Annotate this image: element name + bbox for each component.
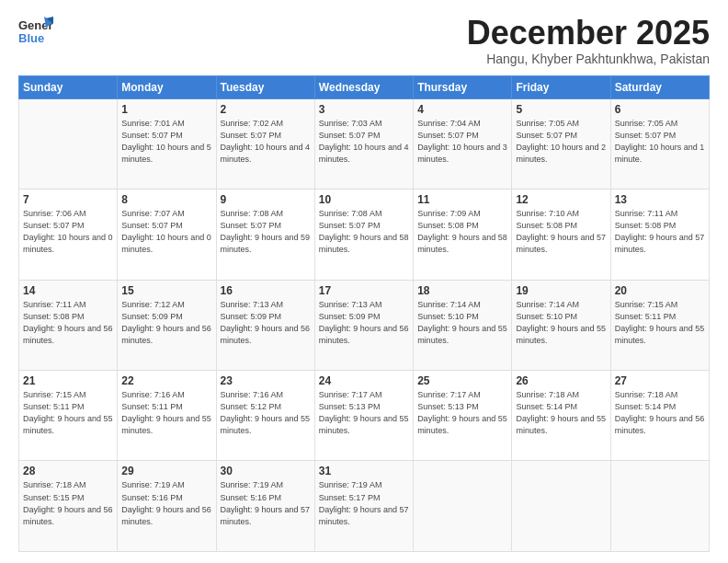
calendar-cell: 7Sunrise: 7:06 AMSunset: 5:07 PMDaylight… [19,190,118,280]
day-number: 19 [516,284,606,297]
day-number: 9 [221,193,311,206]
calendar-cell: 10Sunrise: 7:08 AMSunset: 5:07 PMDayligh… [314,190,413,280]
calendar-cell: 1Sunrise: 7:01 AMSunset: 5:07 PMDaylight… [118,98,216,189]
day-number: 11 [417,193,507,206]
cell-info: Sunrise: 7:17 AMSunset: 5:13 PMDaylight:… [319,390,409,435]
cell-info: Sunrise: 7:13 AMSunset: 5:09 PMDaylight:… [319,300,409,345]
calendar-cell: 14Sunrise: 7:11 AMSunset: 5:08 PMDayligh… [19,280,118,370]
day-number: 24 [319,374,409,387]
calendar-cell [19,98,118,189]
day-number: 27 [615,374,705,387]
day-number: 1 [121,103,211,116]
cell-info: Sunrise: 7:02 AMSunset: 5:07 PMDaylight:… [221,119,311,164]
calendar-cell: 18Sunrise: 7:14 AMSunset: 5:10 PMDayligh… [414,280,512,370]
cell-info: Sunrise: 7:18 AMSunset: 5:14 PMDaylight:… [516,390,606,435]
header-friday: Friday [512,75,610,98]
header-sunday: Sunday [19,75,118,98]
header: General Blue December 2025 Hangu, Khyber… [18,15,710,66]
day-number: 8 [121,193,211,206]
day-number: 25 [417,374,507,387]
day-number: 4 [417,103,507,116]
calendar-cell [414,461,512,552]
cell-info: Sunrise: 7:09 AMSunset: 5:08 PMDaylight:… [417,209,507,254]
calendar-week-1: 7Sunrise: 7:06 AMSunset: 5:07 PMDaylight… [19,190,710,280]
day-number: 14 [23,284,113,297]
day-number: 30 [221,465,311,477]
day-number: 21 [23,374,113,387]
cell-info: Sunrise: 7:05 AMSunset: 5:07 PMDaylight:… [615,119,705,164]
calendar-cell: 4Sunrise: 7:04 AMSunset: 5:07 PMDaylight… [414,98,512,189]
day-number: 18 [417,284,507,297]
calendar-cell: 13Sunrise: 7:11 AMSunset: 5:08 PMDayligh… [610,190,709,280]
calendar-cell: 28Sunrise: 7:18 AMSunset: 5:15 PMDayligh… [19,461,118,552]
header-saturday: Saturday [610,75,709,98]
day-number: 22 [121,374,211,387]
calendar-week-0: 1Sunrise: 7:01 AMSunset: 5:07 PMDaylight… [19,98,710,189]
calendar-cell: 29Sunrise: 7:19 AMSunset: 5:16 PMDayligh… [118,461,216,552]
calendar-cell: 19Sunrise: 7:14 AMSunset: 5:10 PMDayligh… [512,280,610,370]
cell-info: Sunrise: 7:05 AMSunset: 5:07 PMDaylight:… [516,119,606,164]
day-number: 16 [221,284,311,297]
calendar-cell: 5Sunrise: 7:05 AMSunset: 5:07 PMDaylight… [512,98,610,189]
calendar-week-4: 28Sunrise: 7:18 AMSunset: 5:15 PMDayligh… [19,461,710,552]
logo-icon: General Blue [18,15,53,50]
cell-info: Sunrise: 7:14 AMSunset: 5:10 PMDaylight:… [417,300,507,345]
cell-info: Sunrise: 7:10 AMSunset: 5:08 PMDaylight:… [516,209,606,254]
calendar-page: General Blue December 2025 Hangu, Khyber… [0,0,728,563]
cell-info: Sunrise: 7:11 AMSunset: 5:08 PMDaylight:… [615,209,705,254]
cell-info: Sunrise: 7:19 AMSunset: 5:16 PMDaylight:… [221,480,311,525]
cell-info: Sunrise: 7:19 AMSunset: 5:17 PMDaylight:… [319,480,409,525]
day-number: 5 [516,103,606,116]
day-number: 10 [319,193,409,206]
calendar-cell: 30Sunrise: 7:19 AMSunset: 5:16 PMDayligh… [216,461,314,552]
cell-info: Sunrise: 7:14 AMSunset: 5:10 PMDaylight:… [516,300,606,345]
calendar-cell: 12Sunrise: 7:10 AMSunset: 5:08 PMDayligh… [512,190,610,280]
calendar-cell: 24Sunrise: 7:17 AMSunset: 5:13 PMDayligh… [314,371,413,461]
day-number: 2 [221,103,311,116]
day-number: 31 [319,465,409,477]
calendar-cell [610,461,709,552]
day-number: 23 [221,374,311,387]
calendar-cell: 11Sunrise: 7:09 AMSunset: 5:08 PMDayligh… [414,190,512,280]
cell-info: Sunrise: 7:17 AMSunset: 5:13 PMDaylight:… [417,390,507,435]
calendar-body: 1Sunrise: 7:01 AMSunset: 5:07 PMDaylight… [19,98,710,551]
calendar-cell: 25Sunrise: 7:17 AMSunset: 5:13 PMDayligh… [414,371,512,461]
cell-info: Sunrise: 7:06 AMSunset: 5:07 PMDaylight:… [23,209,113,254]
svg-text:Blue: Blue [18,31,44,45]
calendar-cell: 15Sunrise: 7:12 AMSunset: 5:09 PMDayligh… [118,280,216,370]
header-monday: Monday [118,75,216,98]
calendar-cell: 3Sunrise: 7:03 AMSunset: 5:07 PMDaylight… [314,98,413,189]
day-number: 26 [516,374,606,387]
day-number: 3 [319,103,409,116]
cell-info: Sunrise: 7:13 AMSunset: 5:09 PMDaylight:… [221,300,311,345]
cell-info: Sunrise: 7:19 AMSunset: 5:16 PMDaylight:… [121,480,211,525]
calendar-cell: 21Sunrise: 7:15 AMSunset: 5:11 PMDayligh… [19,371,118,461]
cell-info: Sunrise: 7:11 AMSunset: 5:08 PMDaylight:… [23,300,113,345]
header-row: Sunday Monday Tuesday Wednesday Thursday… [19,75,710,98]
cell-info: Sunrise: 7:12 AMSunset: 5:09 PMDaylight:… [121,300,211,345]
calendar-cell: 31Sunrise: 7:19 AMSunset: 5:17 PMDayligh… [314,461,413,552]
calendar-cell: 23Sunrise: 7:16 AMSunset: 5:12 PMDayligh… [216,371,314,461]
cell-info: Sunrise: 7:04 AMSunset: 5:07 PMDaylight:… [417,119,507,164]
calendar-week-2: 14Sunrise: 7:11 AMSunset: 5:08 PMDayligh… [19,280,710,370]
cell-info: Sunrise: 7:16 AMSunset: 5:11 PMDaylight:… [121,390,211,435]
calendar-cell: 27Sunrise: 7:18 AMSunset: 5:14 PMDayligh… [610,371,709,461]
title-area: December 2025 Hangu, Khyber Pakhtunkhwa,… [467,15,710,66]
calendar-cell: 8Sunrise: 7:07 AMSunset: 5:07 PMDaylight… [118,190,216,280]
cell-info: Sunrise: 7:03 AMSunset: 5:07 PMDaylight:… [319,119,409,164]
day-number: 12 [516,193,606,206]
calendar-cell: 16Sunrise: 7:13 AMSunset: 5:09 PMDayligh… [216,280,314,370]
cell-info: Sunrise: 7:16 AMSunset: 5:12 PMDaylight:… [221,390,311,435]
calendar-cell: 26Sunrise: 7:18 AMSunset: 5:14 PMDayligh… [512,371,610,461]
calendar-cell: 2Sunrise: 7:02 AMSunset: 5:07 PMDaylight… [216,98,314,189]
cell-info: Sunrise: 7:18 AMSunset: 5:14 PMDaylight:… [615,390,705,435]
calendar-cell: 20Sunrise: 7:15 AMSunset: 5:11 PMDayligh… [610,280,709,370]
calendar-week-3: 21Sunrise: 7:15 AMSunset: 5:11 PMDayligh… [19,371,710,461]
location: Hangu, Khyber Pakhtunkhwa, Pakistan [467,52,710,66]
day-number: 6 [615,103,705,116]
cell-info: Sunrise: 7:15 AMSunset: 5:11 PMDaylight:… [23,390,113,435]
cell-info: Sunrise: 7:01 AMSunset: 5:07 PMDaylight:… [121,119,211,164]
cell-info: Sunrise: 7:15 AMSunset: 5:11 PMDaylight:… [615,300,705,345]
calendar-cell [512,461,610,552]
day-number: 29 [121,465,211,477]
